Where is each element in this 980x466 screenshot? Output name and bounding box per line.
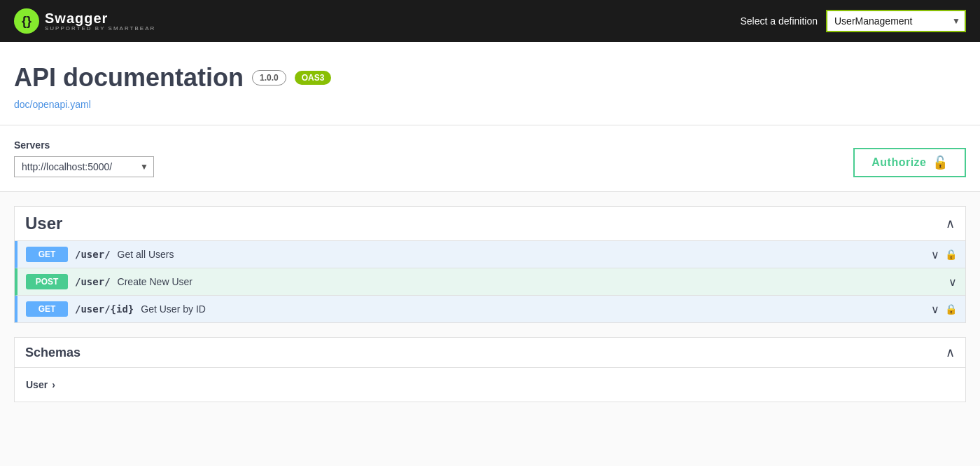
schemas-section: Schemas ∧ User › — [14, 337, 966, 402]
logo: {} Swagger Supported by SMARTBEAR — [14, 8, 155, 34]
user-section: User ∧ GET /user/ Get all Users ∨ 🔒 POST… — [14, 206, 966, 323]
swagger-logo-icon: {} — [14, 8, 39, 34]
endpoints-list: GET /user/ Get all Users ∨ 🔒 POST /user/… — [14, 241, 966, 323]
endpoint-controls: ∨ 🔒 — [931, 248, 957, 261]
server-select-wrapper[interactable]: http://localhost:5000/ ▼ — [14, 156, 154, 177]
endpoint-row[interactable]: GET /user/ Get all Users ∨ 🔒 — [15, 241, 965, 268]
user-section-header[interactable]: User ∧ — [14, 206, 966, 241]
method-badge-get: GET — [26, 247, 68, 262]
endpoint-chevron-icon: ∨ — [931, 303, 939, 316]
endpoint-controls: ∨ — [948, 275, 957, 289]
schemas-title: Schemas — [25, 345, 80, 360]
select-definition-label: Select a definition — [740, 15, 818, 27]
version-badge: 1.0.0 — [252, 70, 286, 85]
endpoint-summary: Get User by ID — [141, 303, 924, 315]
servers-bar: Servers http://localhost:5000/ ▼ Authori… — [0, 125, 980, 192]
endpoint-path: /user/ — [75, 276, 111, 287]
endpoint-controls: ∨ 🔒 — [931, 303, 957, 316]
endpoint-row[interactable]: POST /user/ Create New User ∨ — [15, 268, 965, 296]
schema-expand-icon: › — [52, 379, 55, 390]
servers-section: Servers http://localhost:5000/ ▼ — [14, 139, 154, 177]
lock-icon: 🔓 — [932, 155, 948, 170]
endpoint-chevron-icon: ∨ — [931, 248, 939, 261]
swagger-brand: Swagger Supported by SMARTBEAR — [45, 11, 155, 32]
endpoint-path: /user/{id} — [75, 303, 134, 315]
schemas-chevron-icon: ∧ — [946, 345, 955, 360]
method-badge-post: POST — [26, 274, 68, 289]
definition-select-wrapper[interactable]: UserManagement ▼ — [826, 10, 966, 32]
server-select[interactable]: http://localhost:5000/ — [14, 156, 154, 177]
endpoint-chevron-icon: ∨ — [948, 275, 957, 289]
authorize-label: Authorize — [872, 156, 926, 169]
endpoint-summary: Get all Users — [118, 249, 924, 260]
endpoint-path: /user/ — [75, 249, 111, 260]
method-badge-get: GET — [26, 301, 68, 317]
swagger-subtitle-text: Supported by SMARTBEAR — [45, 25, 155, 32]
endpoint-row[interactable]: GET /user/{id} Get User by ID ∨ 🔒 — [15, 296, 965, 322]
endpoint-lock-icon: 🔒 — [945, 303, 957, 315]
endpoint-lock-icon: 🔒 — [945, 249, 957, 260]
swagger-title-text: Swagger — [45, 11, 155, 25]
header-right: Select a definition UserManagement ▼ — [740, 10, 966, 32]
user-section-title: User — [25, 214, 62, 233]
authorize-button[interactable]: Authorize 🔓 — [853, 148, 966, 177]
oas3-badge: OAS3 — [295, 71, 332, 85]
schemas-section-header[interactable]: Schemas ∧ — [14, 337, 966, 368]
schema-name: User — [26, 379, 48, 390]
user-section-chevron-icon: ∧ — [946, 216, 955, 231]
definition-select[interactable]: UserManagement — [826, 10, 966, 32]
svg-text:{}: {} — [22, 14, 31, 28]
api-title-row: API documentation 1.0.0 OAS3 — [14, 63, 966, 92]
header: {} Swagger Supported by SMARTBEAR Select… — [0, 0, 980, 42]
schemas-body: User › — [14, 368, 966, 402]
servers-label: Servers — [14, 139, 154, 151]
api-info-section: API documentation 1.0.0 OAS3 doc/openapi… — [0, 42, 980, 125]
doc-link[interactable]: doc/openapi.yaml — [14, 99, 91, 110]
endpoint-summary: Create New User — [118, 276, 941, 287]
api-title: API documentation — [14, 63, 244, 92]
schema-item[interactable]: User › — [26, 376, 954, 393]
